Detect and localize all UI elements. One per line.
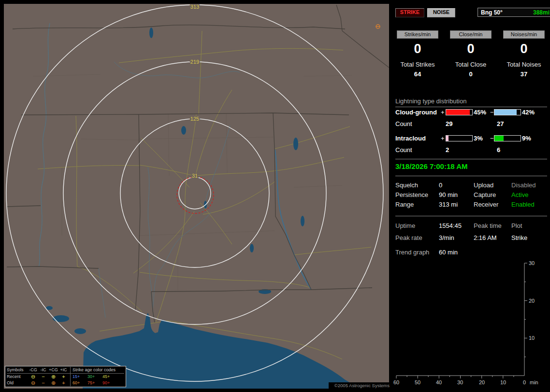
- strikes-per-min-chip: Strikes/min: [397, 30, 438, 39]
- uptime-value: 1554:45: [439, 222, 462, 229]
- cg-positive-fill: [446, 110, 470, 115]
- legend-age-title: Strike age color codes: [70, 367, 124, 373]
- x-tick-50: 50: [415, 379, 420, 385]
- total-strikes-label: Total Strikes: [392, 61, 443, 68]
- total-noises-value: 37: [499, 70, 549, 78]
- ring-label-31: 31: [192, 173, 198, 179]
- y-tick-30: 30: [529, 260, 535, 266]
- lightning-map[interactable]: 313 219 125 31 Symbols -CG -IC +CG +IC S…: [4, 4, 389, 389]
- noises-per-min-chip: Noises/min: [503, 30, 545, 39]
- divider: [395, 216, 547, 216]
- peak-rate-label: Peak rate: [395, 234, 422, 241]
- recent-pos-cg-icon: ⊕: [48, 374, 58, 380]
- ring-label-219: 219: [190, 59, 199, 65]
- old-pos-ic-icon: +: [58, 380, 69, 386]
- x-tick-0: 0: [523, 379, 526, 385]
- cg-negative-bar: [494, 109, 521, 115]
- bearing-distance: 388mi: [533, 9, 550, 16]
- legend-col-neg-ic: -IC: [38, 367, 48, 373]
- noise-toggle-button[interactable]: NOISE: [427, 8, 455, 17]
- ring-label-125: 125: [190, 116, 199, 122]
- ic-positive-fill: [446, 136, 449, 141]
- minus-sign: −: [490, 135, 494, 142]
- legend-old-label: Old: [7, 380, 28, 386]
- squelch-value: 0: [439, 182, 442, 189]
- cg-positive-count: 29: [446, 120, 452, 127]
- persistence-label: Persistence: [395, 191, 428, 198]
- cg-positive-bar: [446, 109, 473, 115]
- divider: [395, 176, 547, 176]
- close-counter-column: Close/min 0 Total Close 0: [446, 30, 496, 78]
- x-tick-30: 30: [457, 379, 463, 385]
- trend-graph-window: 60 min: [439, 249, 458, 256]
- peak-rate-value: 3/min: [439, 234, 454, 241]
- legend-col-neg-cg: -CG: [28, 367, 38, 373]
- trend-graph-row: Trend graph 60 min: [392, 249, 550, 256]
- recent-neg-cg-icon: ⊖: [28, 374, 38, 380]
- map-canvas: 313 219 125 31: [4, 4, 389, 389]
- plot-label: Plot: [511, 222, 522, 229]
- cg-negative-pct: 42%: [522, 109, 535, 116]
- legend-symbols-title: Symbols: [7, 367, 28, 373]
- old-neg-cg-icon: ⊖: [28, 380, 38, 386]
- legend-header-row: Symbols -CG -IC +CG +IC Strike age color…: [7, 367, 124, 374]
- old-pos-cg-icon: ⊕: [48, 380, 58, 386]
- capture-label: Capture: [474, 191, 496, 198]
- strikes-counter-column: Strikes/min 0 Total Strikes 64: [392, 30, 443, 78]
- legend-col-pos-ic: +IC: [58, 367, 69, 373]
- capture-status: Active: [511, 191, 528, 198]
- distribution-title: Lightning type distribution: [395, 98, 547, 107]
- app-window: 313 219 125 31 Symbols -CG -IC +CG +IC S…: [0, 0, 550, 392]
- noises-per-min-value: 0: [499, 41, 549, 56]
- ic-positive-pct: 3%: [474, 135, 483, 142]
- recent-neg-ic-icon: −: [38, 374, 48, 380]
- upload-label: Upload: [474, 182, 493, 189]
- count-label: Count: [395, 120, 412, 127]
- ic-negative-fill: [494, 136, 504, 141]
- recent-pos-ic-icon: +: [58, 374, 69, 380]
- ic-negative-pct: 9%: [522, 135, 531, 142]
- legend-old-row: Old ⊖ − ⊕ + 60+ 75+ 90+: [7, 380, 124, 386]
- legend-recent-label: Recent: [7, 374, 28, 380]
- x-tick-10: 10: [500, 379, 506, 385]
- total-strikes-value: 64: [392, 70, 443, 78]
- squelch-label: Squelch: [395, 182, 418, 189]
- cg-negative-fill: [494, 110, 517, 115]
- peak-time-value: 2:16 AM: [474, 234, 497, 241]
- close-per-min-chip: Close/min: [450, 30, 492, 39]
- cloud-ground-row: Cloud-ground + 45% − 42%: [392, 109, 550, 116]
- range-row: Range 313 mi Receiver Enabled: [392, 201, 550, 208]
- strike-toggle-button[interactable]: STRIKE: [395, 8, 424, 17]
- intracloud-count-row: Count 2 6: [392, 146, 550, 154]
- receiver-status: Enabled: [511, 201, 535, 208]
- y-tick-10: 10: [529, 335, 535, 341]
- intracloud-label: Intracloud: [395, 135, 426, 142]
- minus-sign: −: [490, 109, 494, 116]
- trend-graph: 30 20 10 60 50 40 30 20 10 0 min: [392, 258, 550, 391]
- cloud-ground-count-row: Count 29 27: [392, 120, 550, 128]
- intracloud-row: Intracloud + 3% − 9%: [392, 135, 550, 142]
- cg-positive-pct: 45%: [474, 109, 486, 116]
- persistence-row: Persistence 90 min Capture Active: [392, 191, 550, 198]
- upload-status: Disabled: [511, 182, 536, 189]
- trend-axes: [396, 263, 527, 378]
- peak-time-label: Peak time: [474, 222, 502, 229]
- copyright-text: ©2005 Astrogenic Systems: [329, 382, 391, 389]
- legend-recent-ages: 15+ 30+ 45+: [70, 374, 124, 380]
- cloud-ground-label: Cloud-ground: [395, 109, 437, 116]
- old-neg-ic-icon: −: [38, 380, 48, 386]
- close-per-min-value: 0: [446, 41, 496, 56]
- age-75: 75+: [87, 380, 102, 386]
- age-30: 30+: [87, 374, 102, 380]
- plus-sign: +: [441, 109, 445, 116]
- system-timestamp: 3/18/2026 7:00:18 AM: [395, 162, 468, 170]
- uptime-row: Uptime 1554:45 Peak time Plot: [392, 222, 550, 229]
- count-label: Count: [395, 146, 412, 154]
- age-90: 90+: [102, 380, 117, 386]
- ic-negative-count: 6: [497, 146, 500, 154]
- ic-positive-bar: [446, 135, 473, 141]
- legend-old-ages: 60+ 75+ 90+: [70, 380, 124, 386]
- x-tick-40: 40: [436, 379, 442, 385]
- noises-counter-column: Noises/min 0 Total Noises 37: [499, 30, 549, 78]
- x-tick-60: 60: [393, 379, 399, 385]
